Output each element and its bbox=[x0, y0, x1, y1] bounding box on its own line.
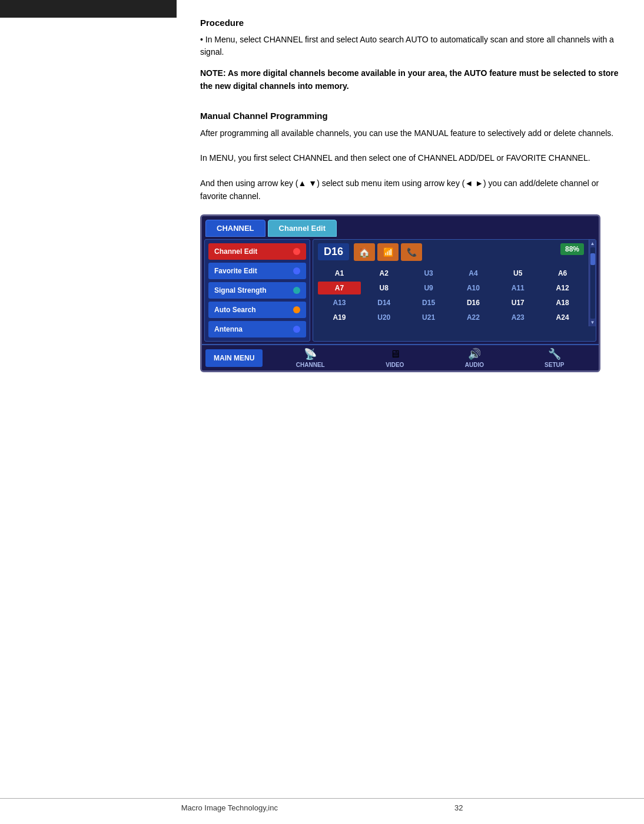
bottom-icon-setup[interactable]: 🔧 SETUP bbox=[545, 348, 564, 368]
channel-grid: A1 A2 U3 A4 U5 A6 A7 U8 U9 A10 bbox=[313, 264, 589, 326]
ch-U5: U5 bbox=[496, 267, 539, 280]
procedure-bullet: • In Menu, select CHANNEL first and sele… bbox=[200, 34, 620, 58]
dot-auto-search bbox=[293, 306, 300, 313]
main-menu-button[interactable]: MAIN MENU bbox=[205, 349, 263, 367]
ch-U3: U3 bbox=[407, 267, 450, 280]
ch-D15: D15 bbox=[407, 296, 450, 309]
ch-A2: A2 bbox=[363, 267, 406, 280]
tv-right-panel: D16 🏠 📶 📞 88% bbox=[313, 239, 596, 342]
ch-A1: A1 bbox=[318, 267, 361, 280]
ch-A4: A4 bbox=[452, 267, 495, 280]
tv-bottom-bar: MAIN MENU 📡 CHANNEL 🖥 VIDEO 🔊 AUDIO bbox=[202, 344, 599, 370]
ch-U9: U9 bbox=[407, 282, 450, 294]
tv-bottom-icons: 📡 CHANNEL 🖥 VIDEO 🔊 AUDIO 🔧 SETUP bbox=[265, 348, 595, 368]
ch-A24: A24 bbox=[541, 311, 584, 324]
ch-A13: A13 bbox=[318, 296, 361, 309]
content-area: Procedure • In Menu, select CHANNEL firs… bbox=[177, 0, 644, 824]
tv-ui-screenshot: CHANNEL Channel Edit Channel Edit Favori… bbox=[200, 214, 600, 372]
ch-A18: A18 bbox=[541, 296, 584, 309]
ch-A23: A23 bbox=[496, 311, 539, 324]
menu-item-channel-edit[interactable]: Channel Edit bbox=[208, 243, 306, 260]
ch-A12: A12 bbox=[541, 282, 584, 294]
audio-icon-label: AUDIO bbox=[465, 362, 484, 368]
channel-icon-phone: 📞 bbox=[401, 243, 422, 261]
tab-channel[interactable]: CHANNEL bbox=[205, 220, 265, 237]
dot-signal-strength bbox=[293, 287, 300, 294]
menu-label-favorite-edit: Favorite Edit bbox=[214, 267, 257, 275]
page: Procedure • In Menu, select CHANNEL firs… bbox=[0, 0, 644, 824]
ch-A22: A22 bbox=[452, 311, 495, 324]
tv-scrollbar[interactable]: ▲ ▼ bbox=[589, 240, 596, 326]
tv-right-main: D16 🏠 📶 📞 88% bbox=[313, 240, 589, 326]
menu-label-signal-strength: Signal Strength bbox=[214, 286, 267, 294]
tv-icons-row: 🏠 📶 📞 bbox=[354, 243, 556, 261]
ch-A11: A11 bbox=[496, 282, 539, 294]
audio-icon: 🔊 bbox=[465, 348, 484, 360]
menu-label-channel-edit: Channel Edit bbox=[214, 247, 257, 256]
menu-item-auto-search[interactable]: Auto Search bbox=[208, 302, 306, 318]
ch-U21: U21 bbox=[407, 311, 450, 324]
tv-content-row: D16 🏠 📶 📞 88% bbox=[313, 240, 596, 326]
dot-channel-edit bbox=[293, 248, 300, 255]
bottom-icon-video[interactable]: 🖥 VIDEO bbox=[386, 348, 404, 368]
manual-para1: After programming all available channels… bbox=[200, 127, 620, 140]
scroll-up-arrow[interactable]: ▲ bbox=[590, 241, 595, 246]
note-text: NOTE: As more digital channels become av… bbox=[200, 67, 620, 93]
ch-A19: A19 bbox=[318, 311, 361, 324]
setup-icon-label: SETUP bbox=[545, 362, 564, 368]
bottom-icon-channel[interactable]: 📡 CHANNEL bbox=[296, 348, 325, 368]
menu-label-antenna: Antenna bbox=[214, 325, 243, 333]
menu-item-signal-strength[interactable]: Signal Strength bbox=[208, 282, 306, 299]
channel-icon-signal: 📶 bbox=[377, 243, 399, 261]
scroll-track bbox=[590, 247, 595, 319]
ch-D16: D16 bbox=[452, 296, 495, 309]
video-icon: 🖥 bbox=[386, 348, 404, 360]
manual-para3: And then using arrow key (▲ ▼) select su… bbox=[200, 177, 620, 203]
tv-main-area: Channel Edit Favorite Edit Signal Streng… bbox=[202, 237, 599, 344]
menu-item-favorite-edit[interactable]: Favorite Edit bbox=[208, 263, 306, 279]
left-sidebar-bar bbox=[0, 0, 177, 18]
tv-left-panel: Channel Edit Favorite Edit Signal Streng… bbox=[204, 239, 310, 342]
ch-U8: U8 bbox=[363, 282, 406, 294]
video-icon-label: VIDEO bbox=[386, 362, 404, 368]
channel-icon-house: 🏠 bbox=[354, 243, 375, 261]
ch-U20: U20 bbox=[363, 311, 406, 324]
scroll-down-arrow[interactable]: ▼ bbox=[590, 320, 595, 325]
channel-icon-label: CHANNEL bbox=[296, 362, 325, 368]
footer-company: Macro Image Technology,inc bbox=[181, 803, 278, 812]
manual-para2: In MENU, you first select CHANNEL and th… bbox=[200, 151, 620, 164]
tab-channel-edit[interactable]: Channel Edit bbox=[268, 220, 337, 237]
page-footer: Macro Image Technology,inc 32 bbox=[0, 798, 644, 812]
tv-tab-bar: CHANNEL Channel Edit bbox=[202, 216, 599, 237]
ch-A7: A7 bbox=[318, 282, 361, 294]
footer-page-number: 32 bbox=[454, 803, 463, 812]
channel-icon: 📡 bbox=[301, 348, 320, 360]
channel-display: D16 bbox=[318, 243, 349, 260]
menu-label-auto-search: Auto Search bbox=[214, 306, 256, 314]
bottom-icon-audio[interactable]: 🔊 AUDIO bbox=[465, 348, 484, 368]
tv-right-top: D16 🏠 📶 📞 88% bbox=[313, 240, 589, 264]
menu-item-antenna[interactable]: Antenna bbox=[208, 321, 306, 337]
dot-antenna bbox=[293, 326, 300, 333]
ch-A10: A10 bbox=[452, 282, 495, 294]
manual-heading: Manual Channel Programming bbox=[200, 111, 620, 121]
ch-A6: A6 bbox=[541, 267, 584, 280]
dot-favorite-edit bbox=[293, 267, 300, 274]
ch-D14: D14 bbox=[363, 296, 406, 309]
scroll-thumb bbox=[590, 253, 595, 265]
signal-percent-badge: 88% bbox=[560, 243, 584, 255]
setup-icon: 🔧 bbox=[545, 348, 564, 360]
procedure-heading: Procedure bbox=[200, 18, 620, 28]
ch-U17: U17 bbox=[496, 296, 539, 309]
